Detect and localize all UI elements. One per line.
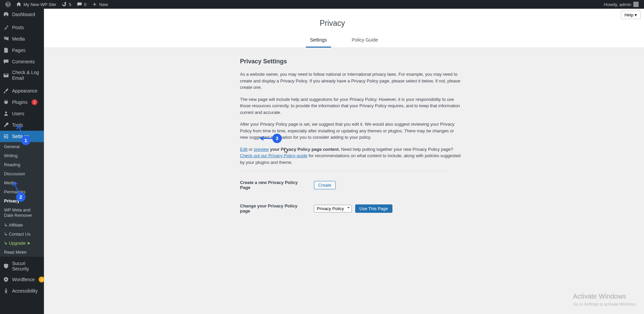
header-area: Help ▾ Privacy Settings Policy Guide — [44, 9, 644, 48]
submenu-wpmeta[interactable]: WP Meta and Date Remover — [0, 205, 44, 221]
change-label: Change your Privacy Policy page — [240, 203, 304, 213]
sidebar-item-pages[interactable]: Pages — [0, 45, 44, 56]
sidebar-label: Appearance — [12, 88, 38, 93]
avatar-icon — [633, 2, 639, 7]
plugins-badge: 2 — [32, 99, 38, 105]
home-icon — [16, 2, 21, 7]
sidebar-item-checklog[interactable]: Check & Log Email — [0, 67, 44, 83]
sidebar-label: Comments — [12, 59, 35, 64]
body-area: Privacy Settings As a website owner, you… — [176, 48, 512, 237]
sidebar-item-appearance[interactable]: Appearance — [0, 85, 44, 97]
plugin-icon — [3, 99, 9, 106]
help-tab[interactable]: Help ▾ — [621, 11, 641, 19]
sidebar-label: Pages — [12, 48, 25, 53]
edit-link[interactable]: Edit — [240, 147, 248, 152]
svg-point-1 — [5, 111, 7, 113]
sidebar-item-media[interactable]: Media — [0, 33, 44, 45]
brush-icon — [3, 87, 9, 94]
page-title: Privacy — [44, 9, 644, 35]
admin-bar-left: My New WP Site 5 0 New — [3, 0, 111, 9]
p4a-text: your Privacy Policy page content. — [269, 147, 340, 152]
preview-link[interactable]: preview — [254, 147, 269, 152]
refresh-count: 5 — [69, 2, 71, 7]
settings-icon — [3, 133, 9, 140]
submenu-discussion[interactable]: Discussion — [0, 169, 44, 178]
wordfence-badge: 3 — [39, 276, 44, 282]
svg-rect-6 — [4, 137, 5, 138]
tab-policy-guide[interactable]: Policy Guide — [348, 35, 382, 48]
sidebar-item-comments[interactable]: Comments — [0, 56, 44, 67]
sidebar-label: Posts — [12, 25, 24, 30]
wp-logo[interactable] — [3, 0, 13, 9]
tab-settings[interactable]: Settings — [306, 35, 331, 48]
comments-item[interactable]: 0 — [74, 0, 89, 9]
users-icon — [3, 110, 9, 117]
sidebar-item-accessibility[interactable]: Accessibility — [0, 285, 44, 297]
admin-bar-right: Howdy, admin — [601, 0, 641, 9]
policy-select[interactable]: Privacy Policy — [314, 205, 352, 212]
divider — [240, 171, 448, 171]
submenu-affiliate[interactable]: ↳ Affiliate — [0, 221, 44, 230]
privacy-tabs: Settings Policy Guide — [44, 35, 644, 48]
new-label: New — [99, 2, 108, 7]
sidebar-label: Users — [12, 111, 24, 116]
site-name: My New WP Site — [23, 2, 56, 7]
wordfence-icon — [3, 276, 9, 283]
refresh-item[interactable]: 5 — [59, 0, 74, 9]
comment-icon — [3, 58, 9, 65]
checkout-link[interactable]: Check out our Privacy Policy guide — [240, 153, 308, 158]
howdy-text: Howdy, admin — [604, 2, 631, 7]
svg-rect-5 — [7, 136, 8, 137]
sidebar-label: Accessibility — [12, 288, 38, 294]
submenu-contactus[interactable]: ↳ Contact Us — [0, 230, 44, 239]
mail-icon — [3, 72, 9, 79]
submenu-writing[interactable]: Writing — [0, 151, 44, 160]
submenu-upgrade[interactable]: ↳ Upgrade ➤ — [0, 239, 44, 248]
new-item[interactable]: New — [89, 0, 111, 9]
wordpress-icon — [5, 2, 11, 7]
annotation-arrow-3 — [259, 136, 274, 141]
sidebar-item-users[interactable]: Users — [0, 108, 44, 119]
svg-point-8 — [5, 289, 7, 290]
annotation-bubble-1: 1 — [21, 136, 31, 145]
admin-bar: My New WP Site 5 0 New Howdy, admin — [0, 0, 644, 9]
comments-count: 0 — [84, 2, 87, 7]
use-this-page-button[interactable]: Use This Page — [355, 204, 392, 213]
svg-point-0 — [6, 2, 10, 7]
sidebar-label: Plugins — [12, 100, 28, 105]
sidebar-item-dashboard[interactable]: Dashboard — [0, 9, 44, 20]
site-home[interactable]: My New WP Site — [13, 0, 59, 9]
section-title: Privacy Settings — [240, 58, 505, 65]
dashboard-icon — [3, 11, 9, 18]
p4b-text: Need help putting together your new Priv… — [340, 147, 453, 152]
submenu-reading[interactable]: Reading — [0, 160, 44, 169]
howdy-item[interactable]: Howdy, admin — [601, 0, 641, 9]
pin-icon — [3, 24, 9, 31]
media-icon — [3, 36, 9, 42]
create-row: Create a new Privacy Policy Page Create — [240, 180, 505, 190]
page-icon — [3, 47, 9, 54]
intro-paragraph-4: Edit or preview your Privacy Policy page… — [240, 146, 462, 166]
sidebar-label: Dashboard — [12, 12, 35, 17]
mouse-cursor-icon — [284, 147, 288, 153]
sidebar-label: Sucuri Security — [12, 261, 41, 271]
sidebar-item-wordfence[interactable]: Wordfence 3 — [0, 274, 44, 285]
svg-rect-3 — [6, 134, 8, 135]
annotation-bubble-3: 3 — [272, 134, 282, 143]
create-button[interactable]: Create — [314, 181, 336, 189]
create-label: Create a new Privacy Policy Page — [240, 180, 304, 190]
wrench-icon — [3, 122, 9, 128]
main-content: Help ▾ Privacy Settings Policy Guide Pri… — [44, 9, 644, 314]
sidebar-item-plugins[interactable]: Plugins 2 — [0, 97, 44, 108]
intro-paragraph-1: As a website owner, you may need to foll… — [240, 71, 462, 91]
refresh-icon — [61, 2, 67, 7]
svg-rect-2 — [4, 134, 6, 135]
sidebar-label: Wordfence — [12, 277, 35, 282]
intro-paragraph-2: The new page will include help and sugge… — [240, 96, 462, 116]
sidebar-label: Media — [12, 36, 25, 42]
sidebar-item-sucuri[interactable]: Sucuri Security — [0, 258, 44, 274]
sidebar-item-posts[interactable]: Posts — [0, 22, 44, 33]
svg-rect-4 — [4, 136, 7, 137]
submenu-readmeter[interactable]: Read Meter — [0, 248, 44, 257]
accessibility-icon — [3, 288, 9, 294]
